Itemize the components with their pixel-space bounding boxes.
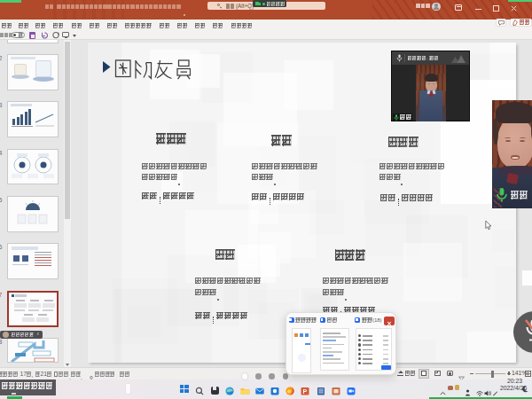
svg-text:P: P bbox=[303, 388, 308, 395]
